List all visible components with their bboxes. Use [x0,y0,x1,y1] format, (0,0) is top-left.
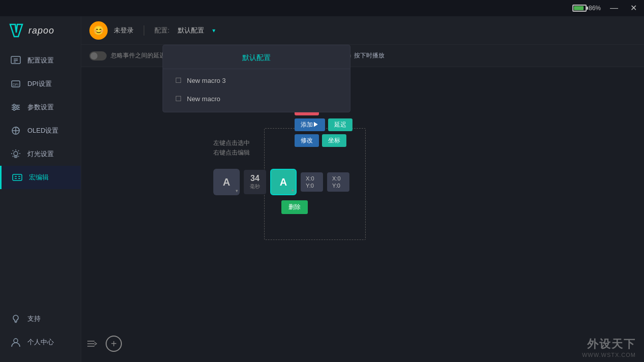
svg-point-23 [14,339,18,343]
dropdown-header: 默认配置 [163,49,350,69]
sidebar-bottom: 支持 个人中心 [0,307,81,362]
sidebar-item-light[interactable]: 灯光设置 [0,142,81,166]
v-logo-icon [8,22,24,39]
btn-row-2: 添加▶ 延迟 [295,118,352,131]
key-block-a-cyan-label: A [280,176,287,188]
key-block-a-cyan-arrow: ▴ [292,188,294,192]
ignore-delay-group: 忽略事件之间的延迟 [89,51,166,61]
titlebar: 86% — ✕ [0,0,644,16]
params-icon [10,102,21,113]
coord1-x: X:0 [306,175,318,182]
dropdown-item-macro[interactable]: ☐ New macro [163,89,350,108]
file-icon-macro: ☐ [175,95,182,103]
key-block-a-cyan[interactable]: A ▴ [270,169,297,195]
battery-fill [574,6,584,10]
battery-percent: 86% [589,5,601,12]
config-name: 默认配置 [178,26,204,35]
titlebar-controls: — ✕ [607,3,640,13]
timing-block: 34 毫秒 [244,170,266,194]
svg-marker-0 [10,24,22,37]
oled-icon [10,125,21,136]
key-block-a-gray[interactable]: A ▾ [213,169,240,195]
modify-button[interactable]: 修改 [295,134,319,147]
dropdown-item-macro3[interactable]: ☐ New macro 3 [163,71,350,89]
sidebar-item-params[interactable]: 参数设置 [0,96,81,119]
dropdown-item-macro3-label: New macro 3 [187,77,226,84]
delete-button[interactable]: 删除 [281,200,308,214]
sidebar-label-config: 配置设置 [27,56,54,65]
coord-block-2: X:0 Y:0 [327,172,349,192]
sidebar-label-light: 灯光设置 [27,149,54,159]
sidebar-item-profile[interactable]: 个人中心 [0,330,81,354]
svg-point-12 [13,108,15,110]
light-icon [10,148,21,160]
add-button[interactable]: 添加▶ [295,118,325,131]
battery-indicator: 86% [572,5,601,12]
sidebar-item-support[interactable]: 支持 [0,307,81,330]
sidebar-item-dpi[interactable]: DPI DPI设置 [0,72,81,96]
press-play-label: 按下时播放 [354,51,384,60]
dropdown-item-macro-label: New macro [187,95,220,103]
coord2-y: Y:0 [332,183,344,189]
user-avatar[interactable]: 😊 [89,21,108,40]
watermark: 外设天下 WWW.WSTX.COM [574,333,644,362]
config-label: 配置: [154,26,170,35]
profile-icon [10,337,21,348]
sidebar-label-params: 参数设置 [27,103,54,112]
coord-block-1: X:0 Y:0 [301,172,323,192]
app-container: rapoo 配置设置 [0,16,644,362]
sidebar-label-oled: OLED设置 [27,126,58,135]
minimize-button[interactable]: — [607,3,621,13]
macro-icon [12,172,23,183]
sidebar-item-oled[interactable]: OLED设置 [0,119,81,142]
main-content: 😊 未登录 配置: 默认配置 ▾ 默认配置 ☐ New macro 3 ☐ Ne… [81,16,644,362]
timing-value: 34 [250,174,260,183]
svg-point-16 [14,152,18,156]
sidebar-item-macro[interactable]: 宏编辑 [0,166,81,189]
close-button[interactable]: ✕ [627,3,640,13]
watermark-sub-text: WWW.WSTX.COM [582,352,636,358]
add-icon: + [111,339,117,349]
svg-rect-17 [13,174,22,180]
sidebar-label-macro: 宏编辑 [29,173,49,182]
sidebar: rapoo 配置设置 [0,16,81,362]
rapoo-logo-text: rapoo [28,25,54,36]
delay-button[interactable]: 延迟 [328,118,352,131]
sidebar-label-dpi: DPI设置 [27,79,52,88]
bottom-action-bar: + [85,336,122,352]
add-macro-button[interactable]: + [106,336,122,352]
sidebar-label-profile: 个人中心 [27,338,54,347]
file-icon-macro3: ☐ [175,76,182,84]
expand-button[interactable] [85,337,100,351]
sidebar-nav: 配置设置 DPI DPI设置 [0,49,81,307]
support-icon [10,313,21,324]
battery-icon [572,5,587,12]
key-block-a-arrow: ▾ [236,189,238,193]
delete-button-area: 删除 [281,200,308,214]
dpi-icon: DPI [10,78,21,89]
config-dropdown-arrow[interactable]: ▾ [212,27,215,34]
config-dropdown-panel: 默认配置 ☐ New macro 3 ☐ New macro [163,45,350,112]
ignore-delay-label: 忽略事件之间的延迟 [111,51,166,60]
watermark-main-text: 外设天下 [582,337,636,352]
user-name: 未登录 [114,26,134,35]
sidebar-label-support: 支持 [27,314,41,323]
tooltip-line2: 右键点击编辑 [213,148,250,158]
key-blocks-row: A ▾ 34 毫秒 A ▴ X:0 Y:0 [213,169,349,195]
ignore-delay-toggle[interactable] [89,51,107,61]
svg-point-10 [13,104,15,106]
diagram-tooltip: 左键点击选中 右键点击编辑 [213,138,250,158]
svg-rect-1 [11,56,20,64]
svg-text:DPI: DPI [13,83,19,86]
key-block-a-gray-label: A [223,176,230,188]
sidebar-item-config[interactable]: 配置设置 [0,49,81,72]
tooltip-line1: 左键点击选中 [213,138,250,148]
coord2-x: X:0 [332,175,344,182]
coord1-y: Y:0 [306,183,318,189]
logo-area: rapoo [0,22,62,49]
timing-unit: 毫秒 [250,183,260,190]
coord-button[interactable]: 坐标 [322,134,346,147]
svg-point-11 [16,106,18,108]
header-divider [144,25,144,36]
config-icon [10,55,21,66]
